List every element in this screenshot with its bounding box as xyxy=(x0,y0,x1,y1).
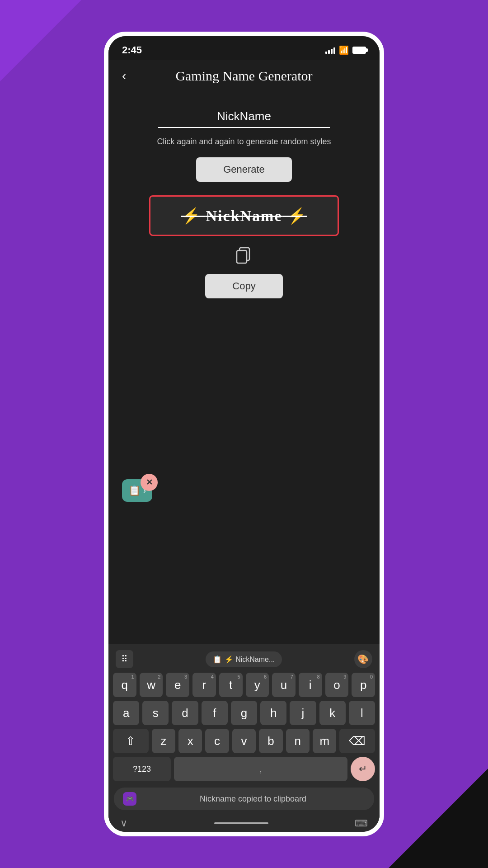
key-j[interactable]: j xyxy=(290,701,316,725)
key-l[interactable]: l xyxy=(349,701,375,725)
keyboard-rows: 1q 2w 3e 4r 5t 6y 7u 8i 9o 0p a s d f xyxy=(111,673,377,784)
status-icons: 📶 xyxy=(325,45,366,55)
keyboard: ⠿ 📋 ⚡ NickName... 🎨 1q 2w 3e 4r xyxy=(108,644,380,832)
key-e[interactable]: 3e xyxy=(166,673,189,697)
phone-frame: 2:45 📶 ‹ Gaming Name Generator C xyxy=(104,32,384,836)
main-area: Click again and again to generate random… xyxy=(108,92,380,644)
clipboard-text: ⚡ NickName... xyxy=(225,655,275,664)
close-float-button[interactable]: ✕ xyxy=(141,474,158,491)
svg-rect-1 xyxy=(237,250,247,263)
key-backspace[interactable]: ⌫ xyxy=(339,729,375,753)
generate-button[interactable]: Generate xyxy=(196,157,292,182)
home-indicator xyxy=(214,822,268,824)
toast-icon: 🎮 xyxy=(126,795,134,802)
key-shift[interactable]: ⇧ xyxy=(113,729,149,753)
key-x[interactable]: x xyxy=(178,729,202,753)
keyboard-grid-button[interactable]: ⠿ xyxy=(116,650,133,668)
key-v[interactable]: v xyxy=(232,729,256,753)
wifi-icon: 📶 xyxy=(339,45,349,55)
keyboard-toolbar: ⠿ 📋 ⚡ NickName... 🎨 xyxy=(111,647,377,673)
key-r[interactable]: 4r xyxy=(192,673,216,697)
key-f[interactable]: f xyxy=(202,701,228,725)
paste-clipboard-icon: 📋 xyxy=(128,485,141,496)
key-space[interactable]: , xyxy=(174,757,347,781)
toast-app-icon: 🎮 xyxy=(123,792,136,806)
clipboard-icon-small: 📋 xyxy=(213,655,222,664)
keyboard-row-1: 1q 2w 3e 4r 5t 6y 7u 8i 9o 0p xyxy=(113,673,375,697)
key-w[interactable]: 2w xyxy=(140,673,163,697)
keyboard-row-2: a s d f g h j k l xyxy=(113,701,375,725)
key-m[interactable]: m xyxy=(313,729,336,753)
back-button[interactable]: ‹ xyxy=(122,69,126,83)
copy-button[interactable]: Copy xyxy=(205,274,282,298)
keyboard-row-3: ⇧ z x c v b n m ⌫ xyxy=(113,729,375,753)
header: ‹ Gaming Name Generator xyxy=(108,60,380,92)
grid-icon: ⠿ xyxy=(121,654,128,665)
key-s[interactable]: s xyxy=(142,701,169,725)
battery-icon xyxy=(352,47,366,54)
key-enter[interactable]: ↵ xyxy=(351,757,375,781)
keyboard-row-4: ?123 , ↵ xyxy=(113,757,375,784)
toast-text: Nickname copied to clipboard xyxy=(141,794,365,804)
floating-paste-widget: 📋 › ✕ xyxy=(122,479,152,502)
name-input-container xyxy=(158,106,330,128)
key-n[interactable]: n xyxy=(286,729,310,753)
key-u[interactable]: 7u xyxy=(272,673,296,697)
key-y[interactable]: 6y xyxy=(246,673,269,697)
keyboard-layout-icon[interactable]: ⌨ xyxy=(355,818,368,829)
key-a[interactable]: a xyxy=(113,701,139,725)
chevron-down-icon[interactable]: ∨ xyxy=(120,817,127,829)
key-numbers[interactable]: ?123 xyxy=(113,757,171,781)
page-title: Gaming Name Generator xyxy=(108,68,380,84)
hint-text: Click again and again to generate random… xyxy=(157,137,331,146)
status-time: 2:45 xyxy=(122,44,142,56)
clipboard-suggestion[interactable]: 📋 ⚡ NickName... xyxy=(206,651,282,667)
key-i[interactable]: 8i xyxy=(299,673,322,697)
key-c[interactable]: c xyxy=(205,729,229,753)
nickname-input[interactable] xyxy=(158,106,330,128)
key-h[interactable]: h xyxy=(260,701,286,725)
palette-icon: 🎨 xyxy=(357,654,369,665)
clipboard-icon xyxy=(234,245,254,265)
key-b[interactable]: b xyxy=(259,729,282,753)
key-k[interactable]: k xyxy=(319,701,346,725)
signal-icon xyxy=(325,47,335,54)
copy-icon-container[interactable] xyxy=(234,245,254,267)
toast-notification: 🎮 Nickname copied to clipboard xyxy=(114,788,374,810)
palette-button[interactable]: 🎨 xyxy=(354,650,372,668)
key-p[interactable]: 0p xyxy=(352,673,375,697)
generated-name-box: ⚡ NickName ⚡ xyxy=(149,195,339,236)
app-content: ‹ Gaming Name Generator Click again and … xyxy=(108,60,380,832)
key-g[interactable]: g xyxy=(231,701,257,725)
generated-name-text: ⚡ NickName ⚡ xyxy=(181,208,307,224)
key-q[interactable]: 1q xyxy=(113,673,136,697)
key-d[interactable]: d xyxy=(172,701,198,725)
key-t[interactable]: 5t xyxy=(219,673,243,697)
prefix-lightning: ⚡ xyxy=(181,208,201,224)
keyboard-bottom-bar: ∨ ⌨ xyxy=(111,814,377,832)
key-o[interactable]: 9o xyxy=(325,673,349,697)
key-z[interactable]: z xyxy=(152,729,175,753)
status-bar: 2:45 📶 xyxy=(108,36,380,60)
suffix-lightning: ⚡ xyxy=(287,208,307,224)
generated-name-value: NickName xyxy=(206,208,282,224)
